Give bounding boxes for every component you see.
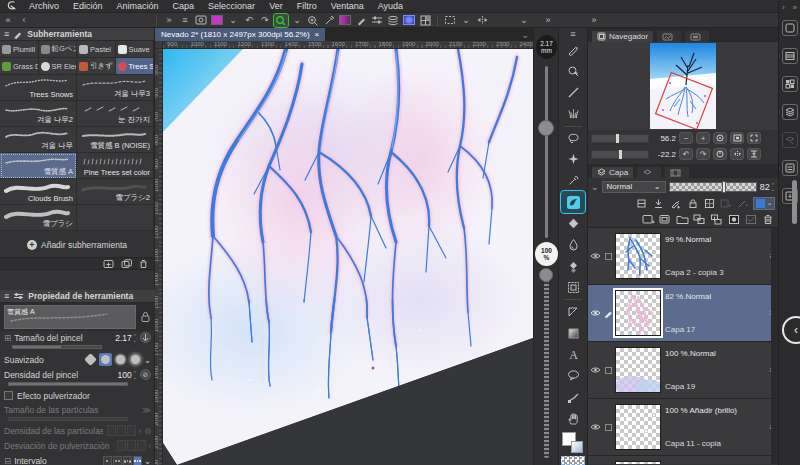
gradient-tool[interactable] [561, 322, 585, 343]
lock-layer-icon[interactable] [685, 197, 700, 210]
layer-list-scrollbar[interactable] [771, 228, 778, 464]
text-tool[interactable]: A [561, 344, 585, 365]
lasso-tool[interactable] [561, 127, 585, 148]
layer-thumbnail[interactable] [615, 290, 661, 336]
panel-menu-icon[interactable]: ≡ [4, 29, 9, 39]
subtool-tab-pastel[interactable]: Pastel [77, 41, 116, 58]
redo-button[interactable]: ↷ [258, 14, 272, 27]
subtool-tab-trees[interactable]: Trees S [116, 58, 155, 75]
brush-item-selected[interactable]: 雪質感 A [0, 153, 77, 179]
reference-layer-icon[interactable] [651, 197, 666, 210]
layer-thumbnail[interactable] [615, 233, 661, 279]
layer-row-capa19[interactable]: 100 %.Normal Capa 19 ≡ [588, 342, 778, 399]
dock-chevron-right-icon[interactable]: › [782, 3, 785, 12]
dock-grid-icon[interactable] [782, 76, 798, 92]
smoothing-dropdown-icon[interactable]: ⌄ [144, 355, 151, 365]
layer-visibility-eye-icon[interactable] [588, 309, 602, 317]
dock-overflow-1-icon[interactable]: » [541, 14, 555, 27]
undo-button[interactable]: ↶ [242, 14, 256, 27]
duplicate-subtool-icon[interactable] [121, 259, 133, 269]
document-tab-close-icon[interactable]: × [315, 30, 320, 39]
tab-capa[interactable]: Capa [591, 166, 634, 178]
layer-row-capa17-selected[interactable]: 82 %.Normal Capa 17 ≡ [588, 285, 778, 342]
subtool-tab-sr[interactable]: SR Elec [39, 58, 78, 75]
panel-menu-icon[interactable]: ≡ [4, 291, 9, 301]
brush-item[interactable]: 雪ブラシ [0, 205, 77, 231]
transparent-color-chip[interactable] [561, 456, 585, 465]
brush-tool-selected[interactable] [561, 191, 585, 212]
dock-list-icon[interactable] [782, 160, 798, 176]
menu-animacion[interactable]: Animación [110, 0, 166, 13]
tune-sliders-icon[interactable] [370, 14, 384, 27]
material-dropdown-icon[interactable]: ⌄ [226, 14, 240, 27]
marquee-icon[interactable] [443, 14, 457, 27]
delete-layer-icon[interactable] [760, 213, 775, 226]
layer-flag-box[interactable] [602, 424, 615, 431]
layer-thumbnail[interactable] [615, 347, 661, 393]
smoothing-option-4[interactable] [129, 353, 142, 366]
pen-tool[interactable] [561, 39, 585, 60]
new-layer-dialog-icon[interactable] [658, 213, 673, 226]
expand-param-icon[interactable]: ⊞ [4, 333, 11, 343]
overflow-right-icon[interactable]: » [162, 14, 176, 27]
opacity-vslider-handle[interactable] [539, 268, 553, 282]
brush-item[interactable]: 겨울 나무 [0, 127, 77, 153]
zoom-reset-button[interactable] [713, 132, 727, 144]
tab-item-bank[interactable] [684, 30, 710, 42]
tab-animation-cels[interactable] [664, 166, 690, 178]
zoom-out-button[interactable]: − [679, 132, 693, 144]
menu-archivo[interactable]: Archivo [22, 0, 66, 13]
tab-navegador[interactable]: Navegador [591, 30, 654, 42]
new-subtool-icon[interactable] [103, 259, 115, 269]
layer-opacity-slider[interactable] [669, 182, 757, 192]
brush-density-slider[interactable] [8, 382, 128, 386]
interval-option-4-selected[interactable] [133, 456, 142, 465]
document-tab[interactable]: Nevado 2* (1810 x 2497px 300dpi 56.2%) × [155, 28, 325, 41]
interval-segments[interactable] [103, 456, 142, 465]
brush-size-dynamics-button[interactable] [140, 332, 151, 343]
dock-canvas-window-icon[interactable] [782, 20, 798, 36]
layer-opacity-value[interactable]: 82 [760, 182, 770, 192]
layer-row-capa2-copia3[interactable]: 99 %.Normal Capa 2 - copia 3 ≡ [588, 228, 778, 285]
balloon-tool[interactable] [561, 365, 585, 386]
smoothing-option-3[interactable] [114, 353, 127, 366]
full-screen-button[interactable] [747, 132, 761, 144]
collapse-param-icon[interactable]: ⊟ [4, 456, 11, 465]
material-swatch-icon[interactable] [210, 14, 224, 27]
grass-tool[interactable] [561, 103, 585, 124]
add-subtool-button[interactable]: + Añadir subherramienta [0, 237, 154, 253]
brush-item[interactable]: Trees Snows [0, 75, 77, 101]
spray-effect-checkbox[interactable] [4, 391, 13, 400]
lock-transparent-pixels-icon[interactable] [702, 197, 717, 210]
collapse-panel-button[interactable]: « [1, 14, 15, 27]
smoothing-option-2-selected[interactable] [99, 353, 112, 366]
zoom-slider[interactable] [591, 134, 649, 143]
collapse-step-button[interactable]: ‹ [17, 14, 31, 27]
subtool-tab-gpen[interactable]: 鉛Gペン [39, 41, 78, 58]
menu-seleccionar[interactable]: Seleccionar [201, 0, 262, 13]
selection-dropdown-icon[interactable]: ⌄ [290, 14, 304, 27]
new-folder-icon[interactable] [675, 213, 690, 226]
merge-down-icon[interactable] [709, 213, 724, 226]
brush-item[interactable]: Clouds Brush [0, 179, 77, 205]
interval-option-2[interactable] [113, 456, 122, 465]
new-canvas-icon[interactable] [194, 14, 208, 27]
frame-border-tool[interactable] [561, 277, 585, 298]
zoom-icon[interactable] [306, 14, 320, 27]
lock-icon[interactable] [140, 311, 151, 323]
brush-size-vslider-handle[interactable] [538, 120, 554, 136]
layer-color-swatch[interactable]: ⌄ [753, 197, 775, 210]
brush-item[interactable]: Pine Trees set color [77, 153, 154, 179]
subtool-tab-hikizu[interactable]: 引きず [77, 58, 116, 75]
navigator-preview[interactable] [588, 42, 778, 130]
transfer-to-layer-icon[interactable] [692, 213, 707, 226]
fit-screen-button[interactable] [730, 132, 744, 144]
blend-mode-select[interactable]: Normal ⌄ [602, 181, 666, 193]
dock-timeline-icon[interactable] [782, 48, 798, 64]
hand-tool[interactable] [561, 408, 585, 429]
background-color-swatch[interactable] [571, 441, 583, 453]
rotation-value[interactable]: -22.2 [652, 150, 676, 159]
brush-size-slider[interactable] [12, 345, 102, 349]
blend-tool[interactable] [561, 234, 585, 255]
menu-edicion[interactable]: Edición [66, 0, 110, 13]
